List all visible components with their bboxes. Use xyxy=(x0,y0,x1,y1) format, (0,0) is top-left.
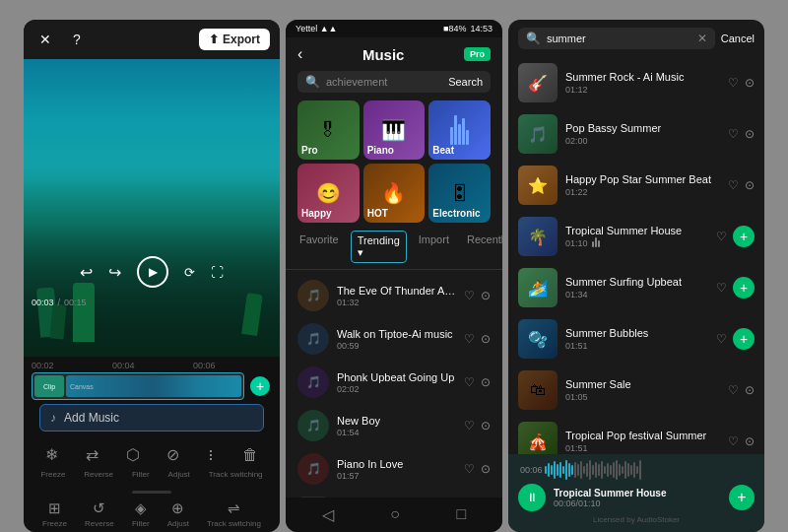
result-bubbles[interactable]: 🫧 Summer Bubbles 01:51 ♡ + xyxy=(508,313,764,365)
download-button-4[interactable]: ⊙ xyxy=(481,419,491,432)
pro-icon: 🎖 xyxy=(318,119,338,142)
result-summer-rock[interactable]: 🎸 Summer Rock - Ai Music 01:12 ♡ ⊙ xyxy=(508,57,764,108)
track-phonk-upbeat[interactable]: 🎵 Phonk Upbeat Going Up 02:02 ♡ ⊙ xyxy=(286,361,502,404)
tab-reverse[interactable]: ↺ Reverse xyxy=(85,499,114,528)
result-heart-4[interactable]: ♡ xyxy=(716,230,727,243)
result-surfing[interactable]: 🏄 Summer Surfing Upbeat 01:34 ♡ + xyxy=(508,262,764,313)
add-music-button[interactable]: ♪ Add Music xyxy=(39,404,264,432)
search-bar-panel3[interactable]: 🔍 summer ✕ xyxy=(518,28,715,49)
heart-button-5[interactable]: ♡ xyxy=(464,462,475,476)
result-download-2[interactable]: ⊙ xyxy=(745,127,755,141)
track-info-4: New Boy 01:54 xyxy=(337,415,456,437)
result-festival[interactable]: 🎪 Tropical Pop festival Summer 01:51 ♡ ⊙ xyxy=(508,416,764,454)
result-actions-5: ♡ + xyxy=(716,277,755,299)
result-download-3[interactable]: ⊙ xyxy=(745,178,755,192)
play-button[interactable]: ▶ xyxy=(137,256,168,288)
result-heart-8[interactable]: ♡ xyxy=(728,434,739,448)
add-playing-button[interactable]: + xyxy=(729,485,755,510)
result-heart-2[interactable]: ♡ xyxy=(728,127,739,141)
tool-reverse[interactable]: ⇄ xyxy=(86,445,98,464)
result-add-4[interactable]: + xyxy=(733,226,755,247)
heart-button-2[interactable]: ♡ xyxy=(464,332,475,346)
add-track-button[interactable]: + xyxy=(250,376,270,396)
export-button[interactable]: ⬆ Export xyxy=(199,29,270,50)
result-name-3: Happy Pop Star Summer Beat xyxy=(565,173,720,185)
pause-button[interactable]: ⏸ xyxy=(518,484,546,511)
genre-piano[interactable]: 🎹 Piano xyxy=(363,100,426,160)
undo-button[interactable]: ↩ xyxy=(80,263,93,282)
freeze-tab-label: Freeze xyxy=(42,519,67,528)
result-download-7[interactable]: ⊙ xyxy=(745,383,755,397)
help-icon[interactable]: ? xyxy=(65,28,89,51)
tab-freeze[interactable]: ⊞ Freeze xyxy=(42,499,67,528)
result-download-1[interactable]: ⊙ xyxy=(745,76,755,90)
cancel-button[interactable]: Cancel xyxy=(721,33,755,44)
music-search-bar[interactable]: 🔍 achievement Search xyxy=(297,71,491,93)
genre-electronic[interactable]: 🎛 Electronic xyxy=(428,164,491,223)
video-editor-panel: ✕ ? ⬆ Export ↩ ↪ ▶ ⟳ ⛶ xyxy=(24,20,280,532)
result-add-5[interactable]: + xyxy=(733,277,755,299)
nav-back[interactable]: ◁ xyxy=(322,505,334,524)
track-top-shotta[interactable]: 🖼 Top Shotta Pro ♡ ⊙ xyxy=(286,491,502,498)
clear-search-button[interactable]: ✕ xyxy=(697,32,707,45)
result-heart-3[interactable]: ♡ xyxy=(728,178,739,192)
collapse-handle[interactable] xyxy=(132,491,171,494)
result-summer-sale[interactable]: 🛍 Summer Sale 01:05 ♡ ⊙ xyxy=(508,365,764,416)
heart-button-1[interactable]: ♡ xyxy=(464,289,475,302)
result-heart-6[interactable]: ♡ xyxy=(716,332,727,346)
track-eve-of-thunder[interactable]: 🎵 The Eve Of Thunder Action 01:32 ♡ ⊙ xyxy=(286,274,502,317)
tab-favorite[interactable]: Favorite xyxy=(294,231,345,263)
track-avatar-5: 🎵 xyxy=(297,453,329,485)
back-button[interactable]: ‹ xyxy=(297,45,302,63)
tool-delete[interactable]: 🗑 xyxy=(242,446,258,464)
track-duration-3: 02:02 xyxy=(337,384,456,394)
result-heart-5[interactable]: ♡ xyxy=(716,281,727,295)
genre-pro[interactable]: 🎖 Pro xyxy=(297,100,360,160)
result-heart-1[interactable]: ♡ xyxy=(728,76,739,90)
tab-import[interactable]: Import xyxy=(413,231,455,263)
result-download-8[interactable]: ⊙ xyxy=(745,434,755,448)
genre-beat[interactable]: Beat xyxy=(428,100,491,160)
tool-adjust[interactable]: ⊘ xyxy=(166,445,179,464)
download-button-1[interactable]: ⊙ xyxy=(481,289,491,302)
track-piano-in-love[interactable]: 🎵 Piano In Love 01:57 ♡ ⊙ xyxy=(286,447,502,491)
tab-trending[interactable]: Trending ▾ xyxy=(351,231,407,263)
track-list: 🎵 The Eve Of Thunder Action 01:32 ♡ ⊙ 🎵 … xyxy=(286,274,502,498)
nav-home[interactable]: ○ xyxy=(390,505,400,524)
rotate-icon[interactable]: ⟳ xyxy=(184,265,195,280)
nav-recents[interactable]: □ xyxy=(457,505,467,524)
fullscreen-icon[interactable]: ⛶ xyxy=(211,265,224,280)
tool-tracking[interactable]: ⫶ xyxy=(207,446,215,464)
tool-freeze[interactable]: ❄ xyxy=(45,445,58,464)
download-button-5[interactable]: ⊙ xyxy=(481,462,491,476)
download-button-3[interactable]: ⊙ xyxy=(481,375,491,389)
tab-filter[interactable]: ◈ Filter xyxy=(132,499,150,528)
playing-track-name: Tropical Summer House xyxy=(554,488,721,499)
tab-recently[interactable]: Recently xyxy=(461,231,502,263)
adjust-tab-label: Adjust xyxy=(167,519,189,528)
tab-tracking[interactable]: ⇌ Track switching xyxy=(207,499,261,528)
heart-button-4[interactable]: ♡ xyxy=(464,419,475,432)
close-icon[interactable]: ✕ xyxy=(33,28,57,51)
track-name-5: Piano In Love xyxy=(337,458,456,470)
genre-happy[interactable]: 😊 Happy xyxy=(297,164,360,223)
result-add-6[interactable]: + xyxy=(733,328,755,350)
result-happy-pop[interactable]: ⭐ Happy Pop Star Summer Beat 01:22 ♡ ⊙ xyxy=(508,160,764,211)
track-walk-tiptoe[interactable]: 🎵 Walk on Tiptoe-Ai music 00:59 ♡ ⊙ xyxy=(286,317,502,361)
tool-filter[interactable]: ⬡ xyxy=(126,445,140,464)
genre-hot[interactable]: 🔥 HOT xyxy=(363,164,426,223)
result-heart-7[interactable]: ♡ xyxy=(728,383,739,397)
filter-tab-icon: ◈ xyxy=(135,499,147,517)
tab-adjust[interactable]: ⊕ Adjust xyxy=(167,499,189,528)
upload-icon: ⬆ xyxy=(209,33,219,46)
search-submit-button[interactable]: Search xyxy=(448,76,483,88)
result-pop-bassy[interactable]: 🎵 Pop Bassy Summer 02:00 ♡ ⊙ xyxy=(508,108,764,160)
result-tropical-house[interactable]: 🌴 Tropical Summer House 01:10 ♡ xyxy=(508,211,764,262)
download-button-2[interactable]: ⊙ xyxy=(481,332,491,346)
result-name-8: Tropical Pop festival Summer xyxy=(565,430,720,441)
heart-button-3[interactable]: ♡ xyxy=(464,375,475,389)
freeze-label: Freeze xyxy=(40,470,65,479)
track-new-boy[interactable]: 🎵 New Boy 01:54 ♡ ⊙ xyxy=(286,404,502,447)
redo-button[interactable]: ↪ xyxy=(108,263,121,282)
music-nav-bar: ◁ ○ □ xyxy=(286,498,502,532)
